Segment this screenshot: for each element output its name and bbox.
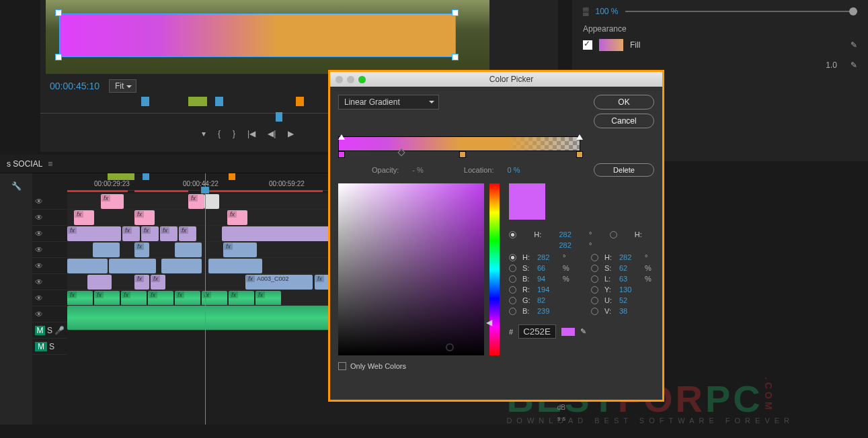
marker-icon[interactable] [296, 97, 304, 106]
track-header[interactable]: 👁 [32, 306, 67, 322]
y-value[interactable]: 130 [619, 286, 641, 294]
selection-handle[interactable] [452, 9, 459, 16]
opacity-value[interactable]: 100 % [596, 7, 619, 16]
color-stop[interactable] [338, 151, 345, 158]
eyedropper-icon[interactable]: ✎ [851, 40, 857, 50]
clip[interactable]: fx [227, 210, 247, 225]
eye-icon[interactable]: 👁 [35, 310, 44, 319]
track-header[interactable]: 👁 [32, 258, 67, 274]
clip[interactable] [175, 243, 202, 257]
s-value[interactable]: 66 [537, 264, 559, 272]
color-stop[interactable] [576, 151, 583, 158]
eye-icon[interactable]: 👁 [35, 197, 44, 206]
selection-handle[interactable] [55, 9, 62, 16]
eyedropper-icon[interactable]: ✎ [851, 60, 857, 70]
s2-radio[interactable] [591, 265, 598, 272]
stroke-width-value[interactable]: 1.0 [826, 60, 837, 70]
clip[interactable]: fx [134, 243, 149, 257]
h2-value[interactable]: 282 [559, 241, 584, 249]
mute-button[interactable]: M [35, 342, 47, 351]
s-radio[interactable] [509, 265, 516, 272]
clip[interactable]: fx [151, 275, 165, 290]
clip[interactable]: fx [134, 275, 149, 290]
sequence-tab[interactable]: s SOCIAL [7, 159, 42, 169]
clip[interactable] [67, 259, 108, 273]
out-point-icon[interactable]: } [233, 129, 235, 138]
gradient-editor[interactable] [338, 136, 654, 151]
opacity-stop[interactable] [576, 131, 583, 140]
clip[interactable] [161, 259, 202, 273]
delete-stop-button[interactable]: Delete [594, 163, 654, 177]
eye-icon[interactable]: 👁 [35, 229, 44, 238]
hex-input[interactable] [518, 324, 556, 339]
bb-value[interactable]: 239 [537, 307, 559, 315]
hue-slider[interactable]: ◀ [489, 183, 500, 355]
playhead[interactable] [205, 173, 206, 425]
clip[interactable] [208, 259, 262, 273]
audio-track-header[interactable]: MS [32, 339, 67, 355]
g-value[interactable]: 82 [537, 296, 559, 304]
clip[interactable] [204, 194, 219, 209]
mic-icon[interactable]: 🎤 [54, 326, 65, 335]
marker-icon[interactable] [143, 173, 149, 180]
wrench-icon[interactable]: 🔧 [11, 181, 22, 191]
step-back-icon[interactable]: ◀| [268, 129, 276, 138]
clip[interactable] [93, 243, 120, 257]
r-radio[interactable] [509, 286, 516, 294]
gradient-type-dropdown[interactable]: Linear Gradient [338, 95, 439, 110]
b-radio[interactable] [509, 275, 516, 283]
marker-icon[interactable] [141, 97, 149, 106]
add-marker-icon[interactable]: ▾ [202, 129, 206, 138]
eye-icon[interactable]: 👁 [35, 213, 44, 222]
l-radio[interactable] [591, 275, 598, 283]
track-header[interactable]: 👁 [32, 274, 67, 290]
s2-value[interactable]: 62 [619, 264, 641, 272]
marker-icon[interactable] [229, 173, 235, 180]
clip[interactable]: fx [134, 210, 155, 225]
track-header[interactable]: 👁 [32, 242, 67, 258]
g-radio[interactable] [509, 297, 516, 304]
l-value[interactable]: 63 [619, 275, 641, 283]
track-header[interactable]: 👁 [32, 193, 67, 210]
audio-clip[interactable]: fx [67, 291, 93, 306]
preview-timecode[interactable]: 00:00:45:10 [50, 81, 100, 91]
v-value[interactable]: 38 [619, 307, 641, 315]
clip[interactable]: fx [74, 210, 94, 225]
dialog-titlebar[interactable]: Color Picker [330, 72, 662, 87]
close-traffic-icon[interactable] [336, 76, 343, 83]
web-colors-checkbox[interactable] [338, 362, 346, 370]
track-header[interactable]: 👁 [32, 210, 67, 226]
eyedropper-icon[interactable]: ✎ [580, 327, 586, 336]
hue-pointer-icon[interactable]: ◀ [486, 318, 489, 321]
audio-clip[interactable]: fx [148, 291, 173, 306]
color-field[interactable] [338, 183, 484, 355]
in-point-icon[interactable]: { [218, 129, 221, 138]
solo-button[interactable]: S [49, 342, 54, 351]
opacity-stop[interactable] [338, 131, 345, 140]
clip[interactable]: fx [141, 226, 159, 241]
marker-icon[interactable] [108, 173, 134, 180]
marker-icon[interactable] [188, 97, 207, 106]
title-gradient-shape[interactable] [59, 13, 456, 57]
minimize-traffic-icon[interactable] [347, 76, 354, 83]
clip[interactable]: fx [160, 226, 177, 241]
gradient-preview-bar[interactable] [338, 136, 580, 151]
track-header[interactable]: 👁 [32, 226, 67, 242]
preview-canvas[interactable] [46, 0, 489, 74]
hue2-radio[interactable] [610, 231, 617, 238]
zoom-traffic-icon[interactable] [358, 76, 366, 83]
marker-icon[interactable] [215, 97, 223, 106]
eye-icon[interactable]: 👁 [35, 294, 44, 303]
cancel-button[interactable]: Cancel [594, 114, 654, 128]
opacity-slider[interactable] [625, 11, 857, 12]
fill-swatch[interactable] [599, 39, 623, 51]
zoom-fit-dropdown[interactable]: Fit [109, 79, 136, 93]
color-stop[interactable] [459, 151, 466, 158]
clip[interactable]: fx A003_C002 [245, 275, 313, 290]
clip[interactable]: fx [67, 226, 121, 241]
clip[interactable]: fx [122, 226, 140, 241]
r-value[interactable]: 194 [537, 286, 559, 294]
play-icon[interactable]: ▶ [288, 129, 294, 138]
panel-menu-icon[interactable]: ≡ [48, 159, 52, 169]
selection-handle[interactable] [452, 54, 459, 60]
